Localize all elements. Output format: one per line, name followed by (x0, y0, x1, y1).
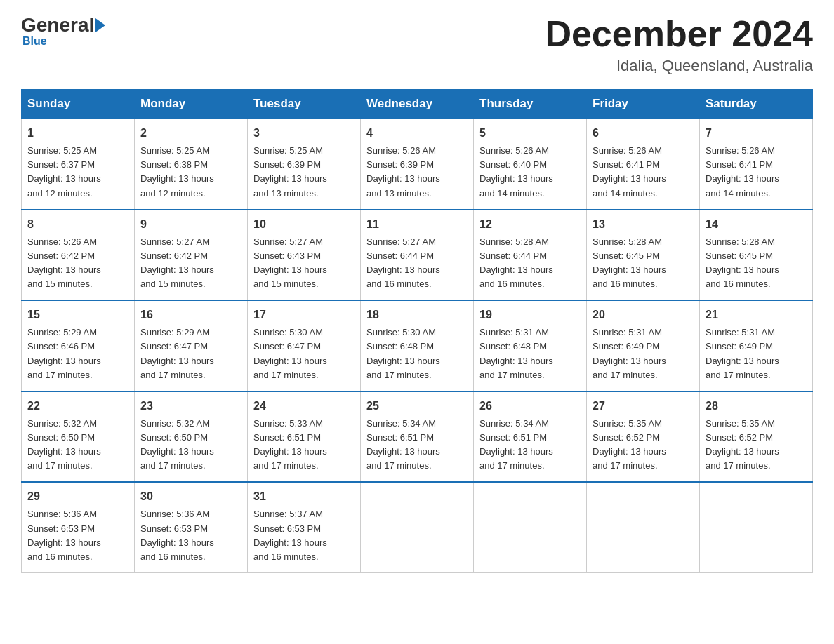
day-info: Sunrise: 5:28 AMSunset: 6:44 PMDaylight:… (479, 235, 581, 292)
day-number: 31 (253, 488, 355, 505)
day-info: Sunrise: 5:26 AMSunset: 6:41 PMDaylight:… (593, 144, 694, 201)
calendar-day-cell: 5Sunrise: 5:26 AMSunset: 6:40 PMDaylight… (474, 119, 587, 210)
day-info: Sunrise: 5:36 AMSunset: 6:53 PMDaylight:… (140, 507, 241, 564)
day-info: Sunrise: 5:31 AMSunset: 6:49 PMDaylight:… (706, 326, 807, 382)
day-number: 29 (27, 488, 128, 505)
calendar-day-cell: 4Sunrise: 5:26 AMSunset: 6:39 PMDaylight… (361, 119, 474, 210)
calendar-day-cell (700, 482, 813, 572)
weekday-header-sunday: Sunday (22, 90, 135, 119)
day-info: Sunrise: 5:27 AMSunset: 6:44 PMDaylight:… (366, 235, 468, 292)
calendar-day-cell: 26Sunrise: 5:34 AMSunset: 6:51 PMDayligh… (474, 391, 587, 483)
calendar-day-cell: 23Sunrise: 5:32 AMSunset: 6:50 PMDayligh… (135, 391, 248, 483)
day-info: Sunrise: 5:30 AMSunset: 6:47 PMDaylight:… (253, 326, 355, 382)
day-info: Sunrise: 5:29 AMSunset: 6:46 PMDaylight:… (27, 326, 128, 382)
calendar-day-cell: 6Sunrise: 5:26 AMSunset: 6:41 PMDaylight… (587, 119, 700, 210)
day-number: 24 (253, 398, 355, 415)
day-number: 4 (366, 125, 468, 142)
calendar-day-cell: 14Sunrise: 5:28 AMSunset: 6:45 PMDayligh… (700, 210, 813, 301)
day-info: Sunrise: 5:31 AMSunset: 6:49 PMDaylight:… (593, 326, 694, 382)
logo-general: General (21, 14, 94, 36)
calendar-week-row: 15Sunrise: 5:29 AMSunset: 6:46 PMDayligh… (22, 300, 813, 391)
weekday-header-wednesday: Wednesday (361, 90, 474, 119)
day-info: Sunrise: 5:25 AMSunset: 6:38 PMDaylight:… (140, 144, 241, 201)
calendar-week-row: 22Sunrise: 5:32 AMSunset: 6:50 PMDayligh… (22, 391, 813, 483)
calendar-week-row: 1Sunrise: 5:25 AMSunset: 6:37 PMDaylight… (22, 119, 813, 210)
day-number: 22 (27, 398, 128, 415)
day-number: 21 (706, 307, 807, 323)
calendar-day-cell: 3Sunrise: 5:25 AMSunset: 6:39 PMDaylight… (248, 119, 361, 210)
day-info: Sunrise: 5:34 AMSunset: 6:51 PMDaylight:… (479, 417, 581, 474)
calendar-day-cell: 25Sunrise: 5:34 AMSunset: 6:51 PMDayligh… (361, 391, 474, 483)
day-number: 25 (366, 398, 468, 415)
calendar-day-cell: 20Sunrise: 5:31 AMSunset: 6:49 PMDayligh… (587, 300, 700, 391)
calendar-day-cell: 19Sunrise: 5:31 AMSunset: 6:48 PMDayligh… (474, 300, 587, 391)
day-number: 3 (253, 125, 355, 142)
day-number: 18 (366, 307, 468, 323)
calendar-day-cell: 16Sunrise: 5:29 AMSunset: 6:47 PMDayligh… (135, 300, 248, 391)
day-number: 15 (27, 307, 128, 323)
weekday-header-tuesday: Tuesday (248, 90, 361, 119)
day-info: Sunrise: 5:26 AMSunset: 6:41 PMDaylight:… (706, 144, 807, 201)
day-info: Sunrise: 5:32 AMSunset: 6:50 PMDaylight:… (27, 417, 128, 474)
day-info: Sunrise: 5:27 AMSunset: 6:43 PMDaylight:… (253, 235, 355, 292)
day-number: 12 (479, 216, 581, 233)
calendar-day-cell: 21Sunrise: 5:31 AMSunset: 6:49 PMDayligh… (700, 300, 813, 391)
calendar-day-cell: 28Sunrise: 5:35 AMSunset: 6:52 PMDayligh… (700, 391, 813, 483)
calendar-day-cell: 30Sunrise: 5:36 AMSunset: 6:53 PMDayligh… (135, 482, 248, 572)
day-number: 28 (706, 398, 807, 415)
day-number: 30 (140, 488, 241, 505)
weekday-header-row: SundayMondayTuesdayWednesdayThursdayFrid… (22, 90, 813, 119)
day-number: 14 (706, 216, 807, 233)
day-number: 13 (593, 216, 694, 233)
day-number: 26 (479, 398, 581, 415)
day-number: 6 (593, 125, 694, 142)
calendar-day-cell: 13Sunrise: 5:28 AMSunset: 6:45 PMDayligh… (587, 210, 700, 301)
day-number: 8 (27, 216, 128, 233)
weekday-header-thursday: Thursday (474, 90, 587, 119)
day-number: 1 (27, 125, 128, 142)
calendar-day-cell: 1Sunrise: 5:25 AMSunset: 6:37 PMDaylight… (22, 119, 135, 210)
calendar-day-cell: 8Sunrise: 5:26 AMSunset: 6:42 PMDaylight… (22, 210, 135, 301)
day-number: 5 (479, 125, 581, 142)
day-info: Sunrise: 5:30 AMSunset: 6:48 PMDaylight:… (366, 326, 468, 382)
calendar-week-row: 8Sunrise: 5:26 AMSunset: 6:42 PMDaylight… (22, 210, 813, 301)
logo-text: General (21, 14, 107, 36)
calendar-day-cell: 22Sunrise: 5:32 AMSunset: 6:50 PMDayligh… (22, 391, 135, 483)
day-info: Sunrise: 5:25 AMSunset: 6:37 PMDaylight:… (27, 144, 128, 201)
day-number: 20 (593, 307, 694, 323)
day-number: 16 (140, 307, 241, 323)
calendar-day-cell: 29Sunrise: 5:36 AMSunset: 6:53 PMDayligh… (22, 482, 135, 572)
day-info: Sunrise: 5:27 AMSunset: 6:42 PMDaylight:… (140, 235, 241, 292)
day-number: 27 (593, 398, 694, 415)
calendar-day-cell: 2Sunrise: 5:25 AMSunset: 6:38 PMDaylight… (135, 119, 248, 210)
day-number: 9 (140, 216, 241, 233)
calendar-day-cell: 15Sunrise: 5:29 AMSunset: 6:46 PMDayligh… (22, 300, 135, 391)
calendar-day-cell: 10Sunrise: 5:27 AMSunset: 6:43 PMDayligh… (248, 210, 361, 301)
day-info: Sunrise: 5:36 AMSunset: 6:53 PMDaylight:… (27, 507, 128, 564)
day-info: Sunrise: 5:28 AMSunset: 6:45 PMDaylight:… (593, 235, 694, 292)
day-info: Sunrise: 5:33 AMSunset: 6:51 PMDaylight:… (253, 417, 355, 474)
weekday-header-saturday: Saturday (700, 90, 813, 119)
calendar-day-cell: 17Sunrise: 5:30 AMSunset: 6:47 PMDayligh… (248, 300, 361, 391)
calendar-day-cell (361, 482, 474, 572)
weekday-header-friday: Friday (587, 90, 700, 119)
day-number: 2 (140, 125, 241, 142)
calendar-day-cell: 12Sunrise: 5:28 AMSunset: 6:44 PMDayligh… (474, 210, 587, 301)
day-number: 11 (366, 216, 468, 233)
calendar-table: SundayMondayTuesdayWednesdayThursdayFrid… (21, 89, 813, 573)
month-title: December 2024 (545, 14, 813, 54)
day-number: 23 (140, 398, 241, 415)
day-info: Sunrise: 5:26 AMSunset: 6:39 PMDaylight:… (366, 144, 468, 201)
day-info: Sunrise: 5:28 AMSunset: 6:45 PMDaylight:… (706, 235, 807, 292)
day-info: Sunrise: 5:35 AMSunset: 6:52 PMDaylight:… (593, 417, 694, 474)
day-info: Sunrise: 5:25 AMSunset: 6:39 PMDaylight:… (253, 144, 355, 201)
title-block: December 2024 Idalia, Queensland, Austra… (545, 14, 813, 75)
day-number: 10 (253, 216, 355, 233)
calendar-day-cell: 24Sunrise: 5:33 AMSunset: 6:51 PMDayligh… (248, 391, 361, 483)
day-info: Sunrise: 5:26 AMSunset: 6:40 PMDaylight:… (479, 144, 581, 201)
day-info: Sunrise: 5:37 AMSunset: 6:53 PMDaylight:… (253, 507, 355, 564)
calendar-day-cell: 27Sunrise: 5:35 AMSunset: 6:52 PMDayligh… (587, 391, 700, 483)
calendar-day-cell (474, 482, 587, 572)
weekday-header-monday: Monday (135, 90, 248, 119)
day-info: Sunrise: 5:34 AMSunset: 6:51 PMDaylight:… (366, 417, 468, 474)
